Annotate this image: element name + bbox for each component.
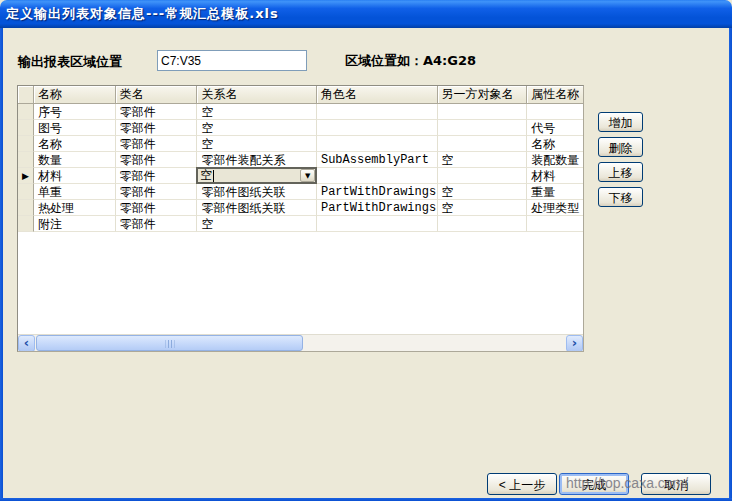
scroll-left-icon: ‹	[24, 335, 29, 350]
dialog-window: 定义输出列表对象信息---常规汇总模板.xls × 输出报表区域位置 区域位置如…	[0, 0, 732, 501]
column-header[interactable]: 角色名	[317, 86, 438, 104]
cell-attr[interactable]: 处理类型	[527, 200, 583, 216]
cell-cls[interactable]: 零部件	[116, 120, 198, 136]
cancel-button[interactable]: 取消	[641, 473, 711, 495]
add-button[interactable]: 增加	[598, 112, 643, 132]
table-row[interactable]: ▶材料零部件空▼材料	[18, 168, 583, 184]
cell-name[interactable]: 热处理	[34, 200, 116, 216]
cell-role[interactable]	[317, 168, 437, 184]
cell-role[interactable]	[317, 104, 438, 120]
cell-other[interactable]	[438, 216, 528, 232]
cell-cls[interactable]: 零部件	[116, 216, 198, 232]
row-marker-header-cell	[18, 86, 34, 104]
table-row[interactable]: 附注零部件空	[18, 216, 583, 232]
cell-role[interactable]: PartWithDrawings	[317, 184, 438, 200]
cell-name[interactable]: 数量	[34, 152, 116, 168]
cell-other[interactable]	[438, 104, 528, 120]
titlebar[interactable]: 定义输出列表对象信息---常规汇总模板.xls	[0, 0, 732, 28]
cell-other[interactable]	[438, 120, 528, 136]
delete-button[interactable]: 删除	[598, 137, 643, 157]
relation-combobox[interactable]: 空▼	[196, 167, 317, 184]
column-header[interactable]: 类名	[116, 86, 198, 104]
table-row[interactable]: 图号零部件空代号	[18, 120, 583, 136]
text-caret	[213, 170, 214, 182]
cell-name[interactable]: 单重	[34, 184, 116, 200]
cell-attr[interactable]: 代号	[527, 120, 583, 136]
cell-role[interactable]	[317, 136, 438, 152]
table-row[interactable]: 热处理零部件零部件图纸关联PartWithDrawings空处理类型	[18, 200, 583, 216]
side-button-panel: 增加删除上移下移	[598, 112, 644, 212]
cell-name[interactable]: 图号	[34, 120, 116, 136]
cell-relation[interactable]: 空	[197, 120, 317, 136]
cell-other[interactable]	[438, 136, 528, 152]
cell-cls[interactable]: 零部件	[116, 152, 198, 168]
cell-role[interactable]: PartWithDrawings	[317, 200, 438, 216]
output-area-label: 输出报表区域位置	[18, 53, 122, 71]
cell-relation[interactable]: 零部件图纸关联	[197, 200, 317, 216]
cell-other[interactable]: 空	[438, 152, 528, 168]
cell-name[interactable]: 序号	[34, 104, 116, 120]
table-row[interactable]: 数量零部件零部件装配关系SubAssemblyPart空装配数量	[18, 152, 583, 168]
cell-attr[interactable]: 装配数量	[527, 152, 583, 168]
table-header-row: 名称类名关系名角色名另一方对象名属性名称	[18, 86, 583, 104]
row-marker-cell: ▶	[18, 168, 34, 184]
column-header[interactable]: 名称	[34, 86, 116, 104]
cell-name[interactable]: 名称	[34, 136, 116, 152]
cell-attr[interactable]: 重量	[527, 184, 583, 200]
cell-attr[interactable]: 名称	[527, 136, 583, 152]
cell-name[interactable]: 材料	[34, 168, 116, 184]
cell-cls[interactable]: 零部件	[116, 136, 198, 152]
move-down-button[interactable]: 下移	[598, 187, 643, 207]
table-row[interactable]: 名称零部件空名称	[18, 136, 583, 152]
cell-attr[interactable]: 材料	[527, 168, 583, 184]
table-row[interactable]: 单重零部件零部件图纸关联PartWithDrawings空重量	[18, 184, 583, 200]
move-up-button[interactable]: 上移	[598, 162, 643, 182]
cell-role[interactable]: SubAssemblyPart	[317, 152, 438, 168]
cell-other[interactable]: 空	[438, 184, 528, 200]
row-marker-cell	[18, 104, 34, 120]
row-marker-cell	[18, 184, 34, 200]
horizontal-scrollbar[interactable]: ‹ ›	[18, 334, 583, 351]
scrollbar-track[interactable]	[35, 335, 566, 351]
window-title: 定义输出列表对象信息---常规汇总模板.xls	[6, 5, 279, 23]
grid-body: 序号零部件空图号零部件空代号名称零部件空名称数量零部件零部件装配关系SubAss…	[18, 104, 583, 232]
scroll-left-button[interactable]: ‹	[18, 335, 35, 352]
table-row[interactable]: 序号零部件空	[18, 104, 583, 120]
cell-cls[interactable]: 零部件	[116, 168, 198, 184]
finish-button[interactable]: 完成	[559, 473, 629, 495]
column-header[interactable]: 另一方对象名	[438, 86, 528, 104]
row-marker-cell	[18, 136, 34, 152]
row-marker-cell	[18, 120, 34, 136]
cell-other[interactable]	[438, 168, 528, 184]
cell-name[interactable]: 附注	[34, 216, 116, 232]
chevron-down-icon: ▼	[301, 170, 314, 182]
cell-cls[interactable]: 零部件	[116, 104, 198, 120]
cell-relation[interactable]: 零部件图纸关联	[197, 184, 317, 200]
cell-relation[interactable]: 空	[197, 104, 317, 120]
row-marker-cell	[18, 200, 34, 216]
cell-attr[interactable]	[527, 216, 583, 232]
cell-role[interactable]	[317, 120, 438, 136]
output-area-input[interactable]	[157, 50, 307, 71]
cell-cls[interactable]: 零部件	[116, 184, 198, 200]
row-marker-cell	[18, 216, 34, 232]
row-marker-cell	[18, 152, 34, 168]
scroll-right-icon: ›	[572, 335, 577, 350]
column-header[interactable]: 关系名	[197, 86, 317, 104]
area-example-label: 区域位置如：A4:G28	[345, 52, 476, 70]
cell-relation[interactable]: 空▼	[197, 168, 317, 184]
object-table: 名称类名关系名角色名另一方对象名属性名称 序号零部件空图号零部件空代号名称零部件…	[17, 85, 584, 352]
cell-cls[interactable]: 零部件	[116, 200, 198, 216]
cell-relation[interactable]: 空	[197, 136, 317, 152]
column-header[interactable]: 属性名称	[527, 86, 583, 104]
combobox-dropdown-button[interactable]: ▼	[300, 169, 315, 182]
scrollbar-thumb[interactable]	[36, 335, 303, 351]
cell-other[interactable]: 空	[438, 200, 528, 216]
cell-relation[interactable]: 零部件装配关系	[197, 152, 317, 168]
back-button[interactable]: < 上一步	[487, 473, 557, 495]
cell-attr[interactable]	[527, 104, 583, 120]
cell-role[interactable]	[317, 216, 438, 232]
cell-relation[interactable]: 空	[197, 216, 317, 232]
combobox-value: 空	[200, 169, 212, 182]
scroll-right-button[interactable]: ›	[566, 335, 583, 352]
